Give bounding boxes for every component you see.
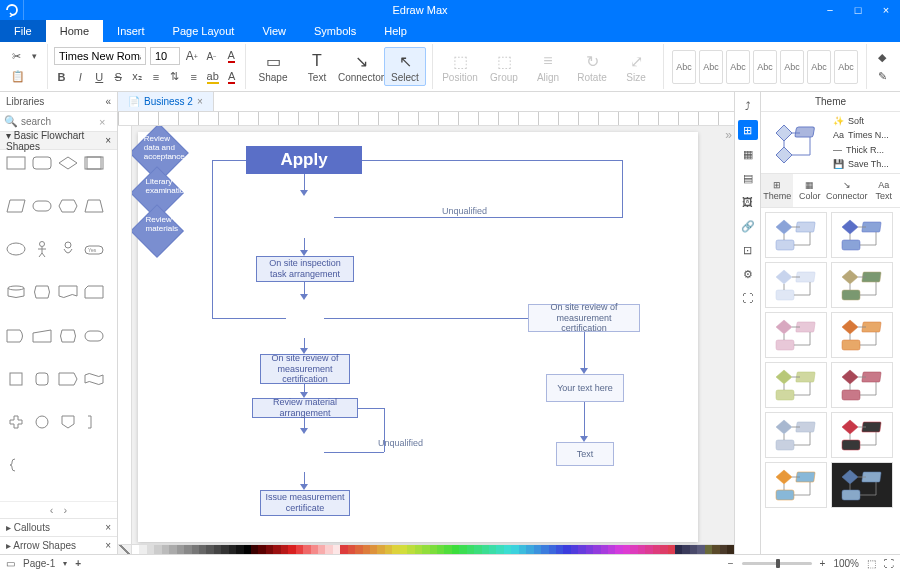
- rp-tab-connector[interactable]: ↘Connector: [826, 174, 868, 207]
- search-clear-icon[interactable]: ×: [99, 116, 105, 128]
- menu-view[interactable]: View: [248, 20, 300, 42]
- shape-rect[interactable]: [4, 154, 28, 172]
- theme-thumbnail[interactable]: [831, 312, 893, 358]
- color-swatch[interactable]: [675, 545, 682, 554]
- color-swatch[interactable]: [266, 545, 273, 554]
- shape-person[interactable]: [30, 240, 54, 258]
- clipboard-dropdown-icon[interactable]: ▾: [28, 49, 42, 63]
- fill-icon[interactable]: ◆: [873, 49, 891, 65]
- theme-opt-font[interactable]: AaTimes N...: [831, 130, 900, 140]
- theme-opt-soft[interactable]: ✨Soft: [831, 116, 900, 126]
- quick-style-7[interactable]: Abc: [834, 50, 858, 84]
- quick-style-2[interactable]: Abc: [699, 50, 723, 84]
- theme-thumbnail[interactable]: [831, 362, 893, 408]
- color-swatch[interactable]: [288, 545, 295, 554]
- color-swatch[interactable]: [452, 545, 459, 554]
- node-review-cert[interactable]: On site review of measurement certificat…: [528, 304, 640, 332]
- subscript-icon[interactable]: x₂: [130, 70, 145, 84]
- color-swatch[interactable]: [682, 545, 689, 554]
- color-swatch[interactable]: [526, 545, 533, 554]
- shape-parallelogram[interactable]: [4, 197, 28, 215]
- color-swatch[interactable]: [578, 545, 585, 554]
- color-swatch[interactable]: [697, 545, 704, 554]
- quick-style-5[interactable]: Abc: [780, 50, 804, 84]
- color-swatch[interactable]: [630, 545, 637, 554]
- color-swatch[interactable]: [281, 545, 288, 554]
- quick-style-4[interactable]: Abc: [753, 50, 777, 84]
- color-swatch[interactable]: [489, 545, 496, 554]
- shape-yesno[interactable]: Yes: [82, 240, 106, 258]
- menu-home[interactable]: Home: [46, 20, 103, 42]
- strip-layers-icon[interactable]: ▤: [738, 168, 758, 188]
- node-text[interactable]: Text: [556, 442, 614, 466]
- theme-thumbnail[interactable]: [765, 262, 827, 308]
- connector-tool[interactable]: ↘Connector: [340, 48, 382, 85]
- color-swatch[interactable]: [385, 545, 392, 554]
- color-swatch[interactable]: [459, 545, 466, 554]
- color-swatch[interactable]: [511, 545, 518, 554]
- shape-trapezoid[interactable]: [82, 197, 106, 215]
- color-swatch[interactable]: [601, 545, 608, 554]
- menu-insert[interactable]: Insert: [103, 20, 159, 42]
- node-inspection[interactable]: On site inspection task arrangement: [256, 256, 354, 282]
- shape-delay[interactable]: [4, 327, 28, 345]
- font-increase-icon[interactable]: A+: [184, 49, 200, 63]
- strip-theme-icon[interactable]: ⊞: [738, 120, 758, 140]
- color-swatch[interactable]: [615, 545, 622, 554]
- color-swatch[interactable]: [586, 545, 593, 554]
- color-swatch[interactable]: [244, 545, 251, 554]
- color-swatch[interactable]: [154, 545, 161, 554]
- status-page[interactable]: Page-1: [23, 558, 55, 569]
- shape-tool[interactable]: ▭Shape: [252, 48, 294, 85]
- shape-doublerect[interactable]: [82, 154, 106, 172]
- strip-fullscreen-icon[interactable]: ⛶: [738, 288, 758, 308]
- library-search-input[interactable]: [21, 116, 99, 127]
- shape-bracket[interactable]: [4, 456, 28, 474]
- color-swatch[interactable]: [214, 545, 221, 554]
- color-swatch[interactable]: [563, 545, 570, 554]
- shape-roundsquare[interactable]: [30, 370, 54, 388]
- strip-grid-icon[interactable]: ⊡: [738, 240, 758, 260]
- menu-page-layout[interactable]: Page Layout: [159, 20, 249, 42]
- category-callouts[interactable]: ▸ Callouts×: [0, 518, 117, 536]
- bullets-icon[interactable]: ≡: [149, 70, 164, 84]
- color-swatch[interactable]: [370, 545, 377, 554]
- shape-diamond[interactable]: [56, 154, 80, 172]
- color-swatch[interactable]: [415, 545, 422, 554]
- shape-tape[interactable]: [82, 370, 106, 388]
- strip-image-icon[interactable]: 🖼: [738, 192, 758, 212]
- color-swatch[interactable]: [712, 545, 719, 554]
- theme-thumbnail[interactable]: [831, 412, 893, 458]
- font-name-select[interactable]: [54, 47, 146, 65]
- theme-thumbnail[interactable]: [831, 262, 893, 308]
- tab-business-2[interactable]: 📄 Business 2 ×: [118, 92, 214, 111]
- node-onsite-review-meas[interactable]: On site review of measurement certificat…: [260, 354, 350, 384]
- shape-roundrect[interactable]: [30, 154, 54, 172]
- color-swatch[interactable]: [504, 545, 511, 554]
- color-swatch[interactable]: [534, 545, 541, 554]
- page-nav-icon[interactable]: ▭: [6, 558, 15, 569]
- color-swatch[interactable]: [251, 545, 258, 554]
- color-swatch[interactable]: [496, 545, 503, 554]
- node-issue-cert[interactable]: Issue measurement certificate: [260, 490, 350, 516]
- shape-circle[interactable]: [30, 413, 54, 431]
- strip-layout-icon[interactable]: ▦: [738, 144, 758, 164]
- color-swatch[interactable]: [400, 545, 407, 554]
- position-tool[interactable]: ⬚Position: [439, 48, 481, 85]
- shape-actor[interactable]: [56, 240, 80, 258]
- paste-icon[interactable]: 📋: [10, 70, 26, 84]
- theme-thumbnail[interactable]: [831, 462, 893, 508]
- color-swatch[interactable]: [147, 545, 154, 554]
- color-swatch[interactable]: [556, 545, 563, 554]
- font-color-icon[interactable]: A: [223, 49, 239, 63]
- quick-style-6[interactable]: Abc: [807, 50, 831, 84]
- node-material-arrange[interactable]: Review material arrangement: [252, 398, 358, 418]
- add-page-icon[interactable]: +: [75, 558, 81, 569]
- color-swatch[interactable]: [645, 545, 652, 554]
- color-swatch[interactable]: [541, 545, 548, 554]
- cut-icon[interactable]: ✂: [10, 49, 24, 63]
- color-swatch[interactable]: [549, 545, 556, 554]
- theme-thumbnail[interactable]: [765, 212, 827, 258]
- color-swatch[interactable]: [258, 545, 265, 554]
- color-swatch[interactable]: [229, 545, 236, 554]
